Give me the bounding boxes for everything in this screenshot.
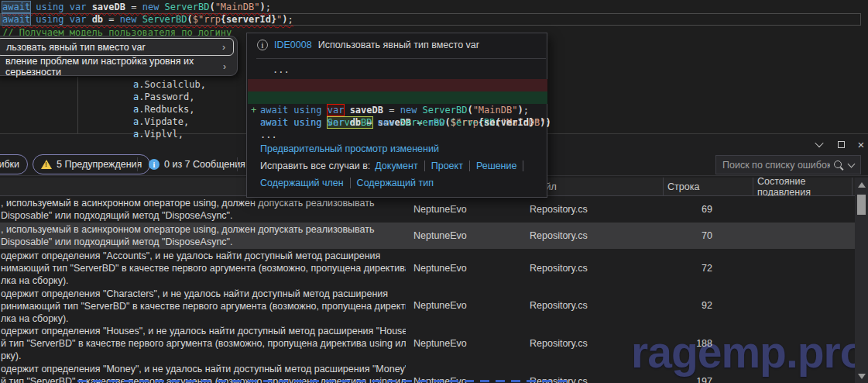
ellipsis-top: ... bbox=[273, 64, 290, 75]
divider bbox=[753, 178, 753, 196]
error-line: 70 bbox=[663, 223, 712, 249]
scrollbar-thumb[interactable] bbox=[857, 195, 866, 215]
menu-item-label: льзовать явный тип вместо var bbox=[6, 42, 146, 53]
error-file: Repository.cs bbox=[530, 287, 657, 324]
vs-ide-window: await using var saveDB = new ServerBD("M… bbox=[0, 0, 868, 383]
divider bbox=[523, 160, 523, 171]
bottom-edge-artifact bbox=[77, 380, 569, 382]
filter-warnings-label: 5 Предупреждения bbox=[57, 159, 142, 170]
quick-actions-menu: льзовать явный тип вместо var › вление п… bbox=[0, 36, 238, 76]
menu-item-suppress-issues[interactable]: вление проблем или настройка уровня их с… bbox=[0, 57, 234, 75]
table-row[interactable]: одержит определения "Accounts", и не уда… bbox=[0, 249, 855, 287]
maximize-button[interactable] bbox=[834, 138, 848, 150]
divider bbox=[256, 58, 546, 59]
preview-header: i IDE0008 Использовать явный тип вместо … bbox=[257, 40, 539, 50]
table-row[interactable]: одержит определения "Characters", и не у… bbox=[0, 287, 855, 324]
vertical-scrollbar[interactable] bbox=[855, 178, 868, 383]
diff-line-ellipsis: ... bbox=[248, 116, 547, 129]
filter-errors-button[interactable]: ибки bbox=[0, 154, 28, 174]
error-file: Repository.cs bbox=[530, 249, 657, 287]
fix-preview-popup: i IDE0008 Использовать явный тип вместо … bbox=[246, 33, 547, 198]
divider bbox=[469, 160, 470, 171]
search-input[interactable] bbox=[722, 160, 830, 171]
error-file: Repository.cs bbox=[530, 324, 657, 362]
info-icon: i bbox=[257, 40, 268, 50]
scroll-up-icon[interactable] bbox=[858, 182, 866, 188]
diff-line-context: await using var db = new ServerBD($"rrp{… bbox=[248, 104, 547, 116]
column-header-line[interactable]: Строка bbox=[667, 178, 699, 196]
fix-all-row: Исправить все случаи в: Документ Проект … bbox=[260, 160, 530, 171]
preview-changes-row: Предварительный просмотр изменений bbox=[260, 143, 439, 154]
error-project: NeptuneEvo bbox=[413, 223, 522, 249]
column-header-suppression[interactable]: Состояние подавления bbox=[757, 178, 852, 196]
divider bbox=[350, 178, 351, 188]
error-line: 69 bbox=[663, 196, 712, 223]
divider bbox=[137, 157, 138, 171]
error-project: NeptuneEvo bbox=[413, 287, 522, 324]
code-line-2[interactable]: await using var db = new ServerBD($"rrp{… bbox=[2, 13, 293, 26]
error-line: 92 bbox=[663, 287, 712, 324]
fix-all-project-link[interactable]: Проект bbox=[431, 160, 463, 171]
containing-member-link[interactable]: Содержащий член bbox=[260, 178, 344, 188]
chevron-down-icon bbox=[815, 139, 823, 147]
code-line-field[interactable]: a.Viplvl, bbox=[133, 128, 184, 140]
table-row[interactable]: , используемый в асинхронном операторе u… bbox=[0, 223, 855, 249]
error-rows: , используемый в асинхронном операторе u… bbox=[0, 196, 855, 383]
code-line-field[interactable]: a.Vipdate, bbox=[133, 116, 189, 128]
table-row[interactable]: , используемый в асинхронном операторе u… bbox=[0, 196, 855, 223]
error-search-box[interactable] bbox=[715, 155, 861, 174]
divider bbox=[663, 178, 664, 196]
diagnostic-title: Использовать явный тип вместо var bbox=[318, 40, 479, 50]
divider bbox=[424, 160, 425, 171]
indent-guide bbox=[77, 77, 78, 133]
menu-item-use-explicit-type[interactable]: льзовать явный тип вместо var › bbox=[0, 38, 234, 56]
diff-line-removed: - await using var saveDB = new ServerBD(… bbox=[248, 79, 547, 91]
divider bbox=[237, 157, 238, 171]
filter-errors-label: ибки bbox=[0, 159, 19, 170]
containing-type-link[interactable]: Содержащий тип bbox=[357, 178, 434, 188]
ellipsis-bottom: ... bbox=[260, 129, 277, 141]
filter-messages-label: 0 из 7 Сообщения bbox=[164, 159, 245, 170]
divider bbox=[852, 178, 853, 196]
close-button[interactable]: × bbox=[854, 138, 868, 150]
maximize-icon bbox=[838, 141, 845, 148]
diagnostic-code-link[interactable]: IDE0008 bbox=[274, 40, 312, 50]
search-icon[interactable] bbox=[833, 160, 844, 171]
error-file: Repository.cs bbox=[530, 196, 657, 223]
scroll-down-icon[interactable] bbox=[858, 374, 866, 379]
error-description: одержит определения "Characters", и не у… bbox=[1, 288, 406, 325]
chevron-right-icon: › bbox=[222, 42, 225, 53]
info-icon: i bbox=[149, 159, 160, 170]
code-line-field[interactable]: a.Redbucks, bbox=[133, 103, 195, 116]
code-line-field[interactable]: a.Password, bbox=[133, 91, 195, 103]
containing-row: Содержащий член Содержащий тип bbox=[260, 178, 434, 188]
fix-all-label: Исправить все случаи в: bbox=[260, 160, 370, 171]
panel-chevron-button[interactable] bbox=[812, 138, 826, 150]
error-file: Repository.cs bbox=[530, 223, 657, 249]
chevron-right-icon: › bbox=[223, 61, 226, 72]
diff-line-added: + await using ServerBD saveDB = new Serv… bbox=[248, 91, 547, 104]
table-row[interactable]: одержит определения "Houses", и не удало… bbox=[0, 324, 855, 362]
warning-icon bbox=[41, 160, 52, 169]
error-line: 188 bbox=[663, 324, 712, 362]
error-project: NeptuneEvo bbox=[413, 324, 522, 362]
fix-all-solution-link[interactable]: Решение bbox=[476, 160, 517, 171]
error-description: одержит определения "Accounts", и не уда… bbox=[1, 250, 406, 287]
preview-changes-link[interactable]: Предварительный просмотр изменений bbox=[260, 143, 439, 154]
menu-item-label: вление проблем или настройка уровня их с… bbox=[5, 56, 223, 78]
error-description: , используемый в асинхронном операторе u… bbox=[1, 197, 406, 222]
fix-all-document-link[interactable]: Документ bbox=[375, 160, 417, 171]
error-description: одержит определения "Houses", и не удало… bbox=[1, 325, 406, 362]
error-project: NeptuneEvo bbox=[413, 249, 522, 287]
error-line: 197 bbox=[663, 362, 712, 383]
code-line-1[interactable]: await using var saveDB = new ServerBD("M… bbox=[2, 1, 271, 13]
chevron-down-icon[interactable] bbox=[848, 160, 856, 167]
code-line-field[interactable]: a.Socialclub, bbox=[133, 78, 206, 91]
close-icon: × bbox=[858, 138, 865, 151]
error-line: 72 bbox=[663, 249, 712, 287]
filter-warnings-button[interactable]: 5 Предупреждения bbox=[33, 154, 150, 174]
error-project: NeptuneEvo bbox=[413, 196, 522, 223]
error-description: , используемый в асинхронном операторе u… bbox=[1, 223, 406, 248]
